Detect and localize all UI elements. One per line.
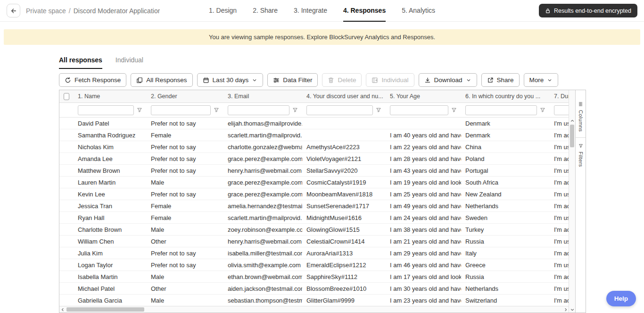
column-header-3[interactable]: 3. Email xyxy=(223,90,302,102)
filter-input-col7[interactable] xyxy=(554,105,569,115)
filter-input-col5[interactable] xyxy=(390,105,448,115)
download-button[interactable]: Download xyxy=(419,73,477,87)
share-button[interactable]: Share xyxy=(481,73,520,87)
filter-menu-button-col5[interactable] xyxy=(451,107,457,113)
back-button[interactable] xyxy=(7,4,20,17)
cell: grace.perez@example.com xyxy=(223,177,302,188)
horizontal-scroll-thumb[interactable] xyxy=(66,307,144,312)
filter-menu-button-col4[interactable] xyxy=(376,107,381,113)
table-row[interactable]: Logan TaylorPrefer not to sayolivia.smit… xyxy=(59,259,569,271)
breadcrumb-space[interactable]: Private space xyxy=(26,7,66,15)
step-5-analytics[interactable]: 5. Analytics xyxy=(402,0,435,22)
table-row[interactable]: Nicholas KimPrefer not to saycharlotte.g… xyxy=(59,141,569,153)
row-checkbox-cell xyxy=(59,188,74,200)
cell: China xyxy=(461,141,550,152)
step-2-share[interactable]: 2. Share xyxy=(253,0,278,22)
filter-menu-button-col1[interactable] xyxy=(137,107,142,113)
table-row[interactable]: Lauren MartinMalegrace.perez@example.com… xyxy=(59,177,569,188)
step-3-integrate[interactable]: 3. Integrate xyxy=(294,0,327,22)
last-30-days-button[interactable]: Last 30 days xyxy=(197,73,264,87)
table-row[interactable]: Gabriella GarciaMalesebastian.thompson@t… xyxy=(59,295,569,306)
scroll-right-arrow-icon[interactable] xyxy=(562,306,569,313)
filter-input-col4[interactable] xyxy=(306,105,373,115)
vertical-scrollbar[interactable] xyxy=(569,90,575,313)
cell: Prefer not to say xyxy=(147,153,223,164)
column-header-5[interactable]: 5. Your Age xyxy=(386,90,461,102)
table-row[interactable]: Amanda LeePrefer not to saygrace.perez@e… xyxy=(59,153,569,165)
fetch-response-button[interactable]: Fetch Response xyxy=(59,73,126,87)
filter-input-col2[interactable] xyxy=(151,105,211,115)
banner-text: You are viewing sample responses. Explor… xyxy=(209,34,435,41)
cell: Other xyxy=(147,236,223,247)
select-all-checkbox[interactable] xyxy=(64,93,69,100)
encryption-badge-label: Results end-to-end encrypted xyxy=(554,8,631,14)
step-nav: 1. Design2. Share3. Integrate4. Response… xyxy=(209,0,435,22)
column-header-1[interactable]: 1. Name xyxy=(74,90,147,102)
filter-input-col6[interactable] xyxy=(465,105,537,115)
cell: Prefer not to say xyxy=(147,165,223,176)
delete-button[interactable]: Delete xyxy=(322,73,362,87)
calendar-icon xyxy=(203,77,209,84)
filters-panel-label: Filters xyxy=(578,152,584,167)
filter-input-col3[interactable] xyxy=(228,105,289,115)
horizontal-scrollbar[interactable] xyxy=(59,306,569,313)
table-row[interactable]: Samantha RodriguezFemalescarlett.martin@… xyxy=(59,129,569,141)
columns-panel-tab[interactable]: Columns xyxy=(578,98,584,135)
cell: I'm activ... xyxy=(550,200,569,211)
scroll-down-arrow-icon[interactable] xyxy=(569,306,575,313)
help-button[interactable]: Help xyxy=(606,291,636,306)
filter-cell-7 xyxy=(550,105,569,115)
cell: Gabriella Garcia xyxy=(74,295,147,306)
filter-menu-button-col6[interactable] xyxy=(540,107,545,113)
cell: Poland xyxy=(461,153,550,164)
more-button[interactable]: More xyxy=(524,73,559,87)
data-filter-button[interactable]: Data Filter xyxy=(267,73,318,87)
column-header-4[interactable]: 4. Your discord user and nu... xyxy=(302,90,386,102)
scroll-up-arrow-icon[interactable] xyxy=(569,118,575,124)
cell xyxy=(302,118,386,129)
step-4-responses[interactable]: 4. Responses xyxy=(343,0,386,22)
button-label: Download xyxy=(434,76,462,84)
scroll-left-arrow-icon[interactable] xyxy=(59,306,66,313)
table-row[interactable]: Charlotte BrownMalezoey.robinson@example… xyxy=(59,224,569,236)
cell: Greece xyxy=(461,259,550,271)
table-row[interactable]: David PatelPrefer not to sayelijah.thoma… xyxy=(59,118,569,129)
tab-all-responses[interactable]: All responses xyxy=(59,56,102,69)
column-header-2[interactable]: 2. Gender xyxy=(147,90,223,102)
table-row[interactable]: Jessica TranFemaleamelia.hernandez@testm… xyxy=(59,200,569,212)
filter-input-col1[interactable] xyxy=(78,105,134,115)
filter-menu-button-col2[interactable] xyxy=(214,107,219,113)
cell: aiden.jackson@testmail.com xyxy=(223,283,302,294)
responses-view-tabs: All responsesIndividual xyxy=(59,56,143,69)
tab-individual[interactable]: Individual xyxy=(116,56,143,69)
cell: Michael Patel xyxy=(74,283,147,294)
cell: Kevin Lee xyxy=(74,188,147,200)
table-row[interactable]: Julia KimPrefer not to sayisabella.mille… xyxy=(59,247,569,259)
all-responses-button[interactable]: All Responses xyxy=(131,73,192,87)
table-row[interactable]: Kevin LeePrefer not to saygrace.perez@ex… xyxy=(59,188,569,200)
caret-icon xyxy=(466,77,471,83)
table-row[interactable]: Matthew BrownPrefer not to sayhenry.harr… xyxy=(59,165,569,177)
row-checkbox-cell xyxy=(59,236,74,247)
table-row[interactable]: Michael PatelOtheraiden.jackson@testmail… xyxy=(59,283,569,295)
step-1-design[interactable]: 1. Design xyxy=(209,0,237,22)
vertical-scroll-thumb[interactable] xyxy=(570,125,574,147)
trash-icon xyxy=(328,77,334,84)
cell: I'm usua... xyxy=(550,212,569,223)
column-header-7[interactable]: 7. During w... xyxy=(550,90,569,102)
table-row[interactable]: Ryan HallFemalescarlett.martin@mailprovi… xyxy=(59,212,569,224)
side-panel-strip: Columns Filters xyxy=(575,90,586,313)
table-row[interactable]: William ChenOtherhenry.harris@webmail.co… xyxy=(59,236,569,247)
cell: I am 40 years old and have ... xyxy=(386,129,461,141)
cell: I'm usua... xyxy=(550,188,569,200)
table-row[interactable]: Isabella MartinMaleethan.brown@webmail.c… xyxy=(59,271,569,283)
column-header-6[interactable]: 6. In which country do you ... xyxy=(461,90,550,102)
cell: Denmark xyxy=(461,129,550,141)
filters-panel-tab[interactable]: Filters xyxy=(578,140,584,171)
individual-button[interactable]: Individual xyxy=(366,73,414,87)
breadcrumb-title[interactable]: Discord Moderator Applicatior xyxy=(74,7,160,15)
filter-menu-button-col3[interactable] xyxy=(292,107,298,113)
row-checkbox-cell xyxy=(59,295,74,306)
cell xyxy=(302,129,386,141)
cell: I'm activ... xyxy=(550,177,569,188)
